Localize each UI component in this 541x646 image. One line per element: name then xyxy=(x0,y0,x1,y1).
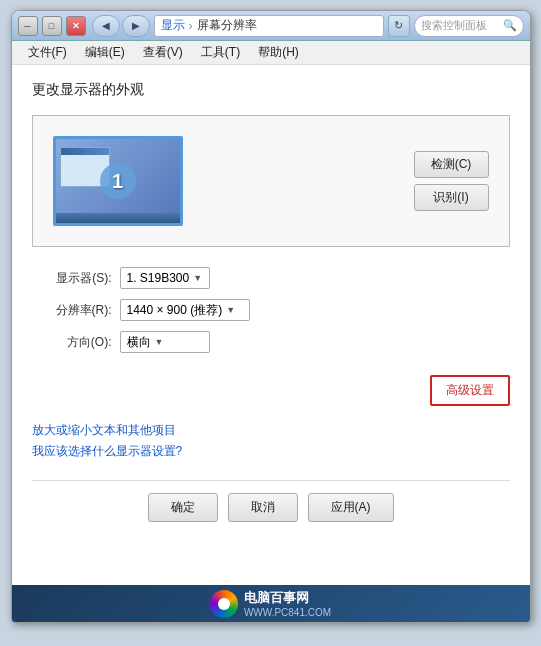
back-button[interactable]: ◀ xyxy=(92,15,120,37)
menu-tools[interactable]: 工具(T) xyxy=(193,42,248,63)
monitor-section: 1 检测(C) 识别(I) xyxy=(32,115,510,247)
orientation-row: 方向(O): 横向 ▼ xyxy=(32,331,510,353)
link-resize-text[interactable]: 放大或缩小文本和其他项目 xyxy=(32,422,510,439)
display-select[interactable]: 1. S19B300 ▼ xyxy=(120,267,210,289)
breadcrumb-display[interactable]: 显示 xyxy=(161,17,185,34)
apply-button[interactable]: 应用(A) xyxy=(308,493,394,522)
bottom-bar: 确定 取消 应用(A) xyxy=(32,480,510,530)
cancel-button[interactable]: 取消 xyxy=(228,493,298,522)
display-row: 显示器(S): 1. S19B300 ▼ xyxy=(32,267,510,289)
watermark-logo xyxy=(210,590,238,618)
display-control: 1. S19B300 ▼ xyxy=(120,267,210,289)
close-button[interactable]: ✕ xyxy=(66,16,86,36)
resolution-select[interactable]: 1440 × 900 (推荐) ▼ xyxy=(120,299,250,321)
menu-edit[interactable]: 编辑(E) xyxy=(77,42,133,63)
links-section: 放大或缩小文本和其他项目 我应该选择什么显示器设置? xyxy=(32,422,510,460)
orientation-value: 横向 xyxy=(127,334,151,351)
breadcrumb-current: 屏幕分辨率 xyxy=(197,17,257,34)
orientation-control: 横向 ▼ xyxy=(120,331,210,353)
title-bar: ─ □ ✕ ◀ ▶ 显示 › 屏幕分辨率 ↻ 搜索控制面板 🔍 xyxy=(12,11,530,41)
search-icon: 🔍 xyxy=(503,19,517,32)
page-title: 更改显示器的外观 xyxy=(32,81,510,99)
resolution-value: 1440 × 900 (推荐) xyxy=(127,302,223,319)
monitor-display: 1 xyxy=(53,136,183,226)
monitor-preview: 1 xyxy=(53,136,183,226)
mini-window-title xyxy=(61,148,109,155)
menu-file[interactable]: 文件(F) xyxy=(20,42,75,63)
menu-help[interactable]: 帮助(H) xyxy=(250,42,307,63)
resolution-row: 分辨率(R): 1440 × 900 (推荐) ▼ xyxy=(32,299,510,321)
mini-taskbar xyxy=(56,213,180,223)
display-select-arrow: ▼ xyxy=(193,273,202,283)
search-placeholder: 搜索控制面板 xyxy=(421,18,499,33)
orientation-select[interactable]: 横向 ▼ xyxy=(120,331,210,353)
maximize-button[interactable]: □ xyxy=(42,16,62,36)
breadcrumb-sep: › xyxy=(189,19,193,33)
watermark-text-area: 电脑百事网 WWW.PC841.COM xyxy=(244,589,331,618)
monitor-screen: 1 xyxy=(56,139,180,223)
watermark-site-name: 电脑百事网 xyxy=(244,589,331,607)
display-value: 1. S19B300 xyxy=(127,271,190,285)
link-display-settings[interactable]: 我应该选择什么显示器设置? xyxy=(32,443,510,460)
advanced-button[interactable]: 高级设置 xyxy=(430,375,510,406)
display-label: 显示器(S): xyxy=(32,270,112,287)
monitor-number: 1 xyxy=(100,163,136,199)
orientation-label: 方向(O): xyxy=(32,334,112,351)
resolution-select-arrow: ▼ xyxy=(226,305,235,315)
resolution-control: 1440 × 900 (推荐) ▼ xyxy=(120,299,250,321)
identify-button[interactable]: 识别(I) xyxy=(414,184,489,211)
menu-bar: 文件(F) 编辑(E) 查看(V) 工具(T) 帮助(H) xyxy=(12,41,530,65)
ok-button[interactable]: 确定 xyxy=(148,493,218,522)
detect-button[interactable]: 检测(C) xyxy=(414,151,489,178)
search-bar[interactable]: 搜索控制面板 🔍 xyxy=(414,15,524,37)
breadcrumb: 显示 › 屏幕分辨率 xyxy=(154,15,384,37)
nav-bar: ◀ ▶ 显示 › 屏幕分辨率 ↻ 搜索控制面板 🔍 xyxy=(92,15,524,37)
forward-button[interactable]: ▶ xyxy=(122,15,150,37)
resolution-label: 分辨率(R): xyxy=(32,302,112,319)
menu-view[interactable]: 查看(V) xyxy=(135,42,191,63)
settings-section: 显示器(S): 1. S19B300 ▼ 分辨率(R): 1440 × 900 … xyxy=(32,263,510,367)
main-window: ─ □ ✕ ◀ ▶ 显示 › 屏幕分辨率 ↻ 搜索控制面板 🔍 文件(F) 编辑… xyxy=(11,10,531,623)
content-area: 更改显示器的外观 1 检测(C) 识别(I) xyxy=(12,65,530,585)
minimize-button[interactable]: ─ xyxy=(18,16,38,36)
monitor-buttons: 检测(C) 识别(I) xyxy=(414,151,489,211)
watermark: 电脑百事网 WWW.PC841.COM xyxy=(12,585,530,622)
advanced-btn-area: 高级设置 xyxy=(32,375,510,406)
nav-arrows: ◀ ▶ xyxy=(92,15,150,37)
orientation-select-arrow: ▼ xyxy=(155,337,164,347)
watermark-site-url: WWW.PC841.COM xyxy=(244,607,331,618)
window-controls: ─ □ ✕ xyxy=(18,16,86,36)
refresh-button[interactable]: ↻ xyxy=(388,15,410,37)
watermark-logo-inner xyxy=(218,598,230,610)
